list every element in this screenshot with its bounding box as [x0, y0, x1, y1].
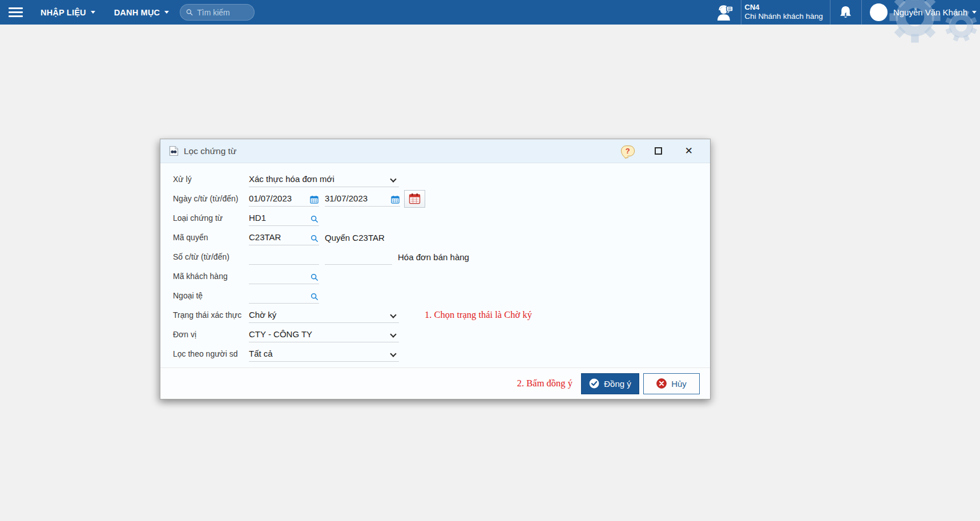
loc-theo-nguoi-sd-value: Tất cả: [249, 349, 273, 358]
global-search[interactable]: [180, 4, 255, 21]
search-icon: [186, 8, 193, 17]
document-filter-icon: [169, 146, 179, 156]
chevron-down-icon: [390, 176, 396, 182]
lookup-search-icon[interactable]: [310, 235, 318, 243]
field-row-ngoai-te: Ngoại tệ: [173, 286, 710, 305]
ma-quyen-input[interactable]: [249, 232, 319, 242]
chevron-down-icon: [390, 331, 396, 337]
so-ctu-from-input[interactable]: [249, 252, 319, 261]
dialog-footer: 2. Bấm đồng ý Đồng ý Hủy: [160, 367, 710, 399]
date-range-picker-button[interactable]: [404, 190, 425, 208]
annotation-step2: 2. Bấm đồng ý: [517, 378, 572, 389]
field-label: Trạng thái xác thực: [173, 310, 249, 320]
field-label: Ngoại tệ: [173, 291, 249, 300]
field-row-ma-khach-hang: Mã khách hàng: [173, 266, 710, 286]
don-vi-value: CTY - CÔNG TY: [249, 329, 312, 339]
ma-khach-hang-input[interactable]: [249, 271, 319, 281]
support-contact-button[interactable]: [709, 3, 741, 22]
lookup-search-icon[interactable]: [310, 215, 318, 223]
calendar-red-icon: [409, 193, 421, 204]
field-row-loai-chung-tu: Loại chứng từ: [173, 208, 710, 228]
cancel-button-label: Hủy: [671, 379, 687, 389]
check-circle-icon: [589, 378, 599, 389]
field-label: Đơn vị: [173, 330, 249, 339]
calendar-icon[interactable]: [310, 195, 318, 204]
field-label: Số c/từ (từ/đến): [173, 252, 249, 261]
trang-thai-xac-thuc-value: Chờ ký: [249, 310, 276, 320]
field-row-ngay-ctu: Ngày c/từ (từ/đến): [173, 189, 710, 208]
field-row-xu-ly: Xử lý Xác thực hóa đơn mới: [173, 169, 710, 189]
branch-name: Chi Nhánh khách hàng: [745, 12, 823, 22]
xu-ly-select[interactable]: Xác thực hóa đơn mới: [249, 172, 399, 187]
bell-icon: [838, 5, 853, 20]
branch-info[interactable]: CN4 Chi Nhánh khách hàng: [741, 3, 830, 22]
xu-ly-value: Xác thực hóa đơn mới: [249, 174, 334, 184]
so-ctu-to-field: [325, 249, 392, 265]
help-button[interactable]: ?: [621, 146, 635, 156]
ngoai-te-input[interactable]: [249, 290, 319, 300]
so-ctu-description: Hóa đơn bán hàng: [398, 252, 469, 262]
chevron-down-icon: [390, 350, 396, 357]
hamburger-menu-icon[interactable]: [9, 7, 23, 17]
ok-button-label: Đồng ý: [604, 379, 631, 389]
top-navigation-bar: NHẬP LIỆU DANH MỤC: [0, 0, 980, 25]
don-vi-select[interactable]: CTY - CÔNG TY: [249, 327, 399, 342]
field-label: Ngày c/từ (từ/đến): [173, 194, 249, 203]
so-ctu-from-field: [249, 249, 319, 265]
date-to-input[interactable]: [325, 193, 400, 203]
lookup-search-icon[interactable]: [310, 293, 318, 301]
user-menu-chevron-icon[interactable]: [972, 11, 977, 14]
calendar-icon[interactable]: [391, 195, 400, 204]
support-agent-icon: [715, 3, 735, 22]
notifications-button[interactable]: [830, 5, 861, 20]
chevron-down-icon: [91, 11, 95, 14]
field-label: Lọc theo người sd: [173, 349, 249, 358]
field-row-loc-theo-nguoi-sd: Lọc theo người sd Tất cả: [173, 344, 710, 364]
ma-khach-hang-field: [249, 269, 319, 284]
menu-danh-muc-label: DANH MỤC: [114, 8, 160, 17]
x-circle-icon: [656, 378, 667, 389]
divider: [861, 0, 862, 25]
date-from-field: [249, 191, 319, 207]
menu-nhap-lieu[interactable]: NHẬP LIỆU: [41, 8, 95, 17]
cancel-button[interactable]: Hủy: [643, 373, 700, 394]
search-input[interactable]: [197, 8, 248, 17]
maximize-button[interactable]: [655, 147, 662, 155]
dialog-title: Lọc chứng từ: [184, 146, 236, 156]
filter-documents-dialog: Lọc chứng từ ? ✕ Xử lý Xác thực hóa đơn …: [160, 139, 711, 399]
field-row-don-vi: Đơn vị CTY - CÔNG TY: [173, 325, 710, 344]
user-name: Nguyễn Văn Khánh: [893, 7, 967, 17]
field-row-trang-thai-xac-thuc: Trạng thái xác thực Chờ ký 1. Chọn trạng…: [173, 305, 710, 325]
date-to-field: [325, 191, 400, 207]
ma-quyen-field: [249, 230, 319, 245]
field-row-ma-quyen: Mã quyển Quyển C23TAR: [173, 228, 710, 247]
chevron-down-icon: [164, 11, 169, 14]
trang-thai-xac-thuc-select[interactable]: Chờ ký: [249, 308, 399, 323]
ma-quyen-description: Quyển C23TAR: [325, 233, 385, 243]
loai-chung-tu-field: [249, 211, 319, 226]
date-from-input[interactable]: [249, 193, 319, 203]
menu-nhap-lieu-label: NHẬP LIỆU: [41, 8, 86, 17]
user-avatar[interactable]: [870, 3, 888, 21]
ok-button[interactable]: Đồng ý: [581, 373, 639, 394]
annotation-step1: 1. Chọn trạng thái là Chờ ký: [425, 309, 532, 321]
field-label: Mã khách hàng: [173, 272, 249, 281]
loc-theo-nguoi-sd-select[interactable]: Tất cả: [249, 346, 399, 362]
field-row-so-ctu: Số c/từ (từ/đến) Hóa đơn bán hàng: [173, 247, 710, 266]
branch-code: CN4: [745, 3, 823, 12]
lookup-search-icon[interactable]: [310, 273, 318, 281]
ngoai-te-field: [249, 288, 319, 304]
dialog-body: Xử lý Xác thực hóa đơn mới Ngày c/từ (từ…: [160, 163, 710, 367]
close-button[interactable]: ✕: [685, 146, 693, 156]
chevron-down-icon: [390, 312, 396, 318]
so-ctu-to-input[interactable]: [325, 252, 392, 261]
menu-danh-muc[interactable]: DANH MỤC: [114, 8, 170, 17]
field-label: Loại chứng từ: [173, 213, 249, 223]
loai-chung-tu-input[interactable]: [249, 213, 319, 223]
field-label: Xử lý: [173, 175, 249, 184]
dialog-titlebar: Lọc chứng từ ? ✕: [160, 139, 710, 163]
field-label: Mã quyển: [173, 233, 249, 242]
